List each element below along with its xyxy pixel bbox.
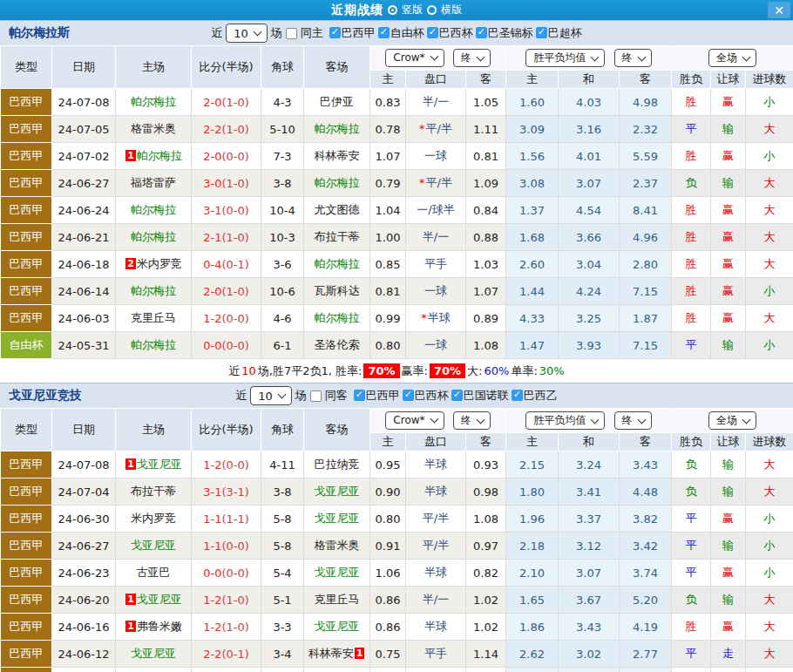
cell-score: 3-1(3-1) [192,479,261,506]
cell-score: 1-2(0-0) [192,305,261,332]
asian-final-select[interactable]: 终 [453,49,491,67]
cell-eu-draw-odds: 3.93 [559,332,620,359]
chevron-down-icon [253,28,261,37]
col-away: 客场 [304,409,370,451]
cell-date: 24-06-20 [52,587,116,614]
match-count-select[interactable]: 10 [226,24,268,43]
league-checkbox-1[interactable] [403,390,414,401]
cell-eu-away-odds: 4.96 [620,224,672,251]
team-label: 克里丘马 [131,311,176,324]
cell-date: 24-06-21 [52,224,116,251]
cell-away-team: 帕尔梅拉 [304,251,370,278]
cell-score: 0-0(0-0) [192,560,261,587]
league-checkbox-4[interactable] [536,27,547,38]
league-filter-item: 巴西甲 [329,25,376,41]
odds-company-select[interactable]: Crow* [385,49,444,67]
scope-select[interactable]: 全场 [708,411,756,430]
cell-date: 24-06-12 [52,641,116,668]
team-label: 戈亚尼亚 [131,539,176,552]
cell-score: 2-0(1-0) [192,89,261,116]
league-checkbox-0[interactable] [354,390,365,401]
cell-eu-home-odds: 2.18 [506,533,559,560]
cell-away-team: 科林蒂安 [304,143,370,170]
match-row: 巴西甲24-07-05格雷米奥2-2(1-0)5-10帕尔梅拉0.78*平/半1… [1,116,793,143]
cell-goals-result: 大 [746,251,793,278]
match-row: 巴西甲24-06-161弗鲁米嫩1-2(1-0)3-3戈亚尼亚0.86半球1.0… [1,614,793,641]
close-icon[interactable]: ✕ [768,2,790,18]
league-label: 巴超杯 [548,25,582,41]
team-label: 瓦斯科达 [315,284,360,297]
cell-corners: 4-6 [261,305,304,332]
cell-ah-home-odds: 0.85 [370,251,406,278]
scope-select[interactable]: 全场 [708,49,756,67]
cell-ah-away-odds: 0.93 [466,451,506,479]
star-marker: * [419,122,425,135]
filter-bar: 近 10 场 同主 巴西甲自由杯巴西杯巴圣锦标巴超杯 [211,24,582,43]
same-venue-checkbox[interactable] [310,390,322,402]
league-checkbox-2[interactable] [427,27,438,38]
cell-eu-home-odds: 1.86 [506,614,559,641]
col-type: 类型 [1,46,52,89]
layout-vertical-radio[interactable] [388,5,397,15]
cell-league-type: 巴西甲 [1,170,52,197]
cell-date: 24-06-16 [52,614,116,641]
cell-ah-home-odds: 1.00 [370,224,406,251]
cell-ah-line: *半球 [406,305,466,332]
league-checkbox-0[interactable] [329,27,341,38]
cell-eu-draw-odds: 3.67 [559,587,620,614]
cell-home-team: 米内罗竞 [116,506,192,533]
cell-ah-line: 平/半 [406,506,466,533]
league-filter-item: 巴超杯 [536,25,582,41]
cell-away-team: 帕尔梅拉 [304,116,370,143]
layout-horizontal-radio[interactable] [427,5,437,15]
same-venue-checkbox[interactable] [286,28,297,39]
odds-company-select[interactable]: Crow* [385,411,444,430]
league-label: 巴圣锦标 [488,25,533,41]
col-ah-home: 主 [370,71,406,89]
horizontal-radio-label: 横版 [441,3,462,17]
match-count-select[interactable]: 10 [250,386,292,405]
team-label: 戈亚尼亚 [315,512,360,525]
europe-final-select[interactable]: 终 [614,411,652,430]
europe-odds-select[interactable]: 胜平负均值 [525,411,605,430]
col-eu-away: 客 [620,433,672,451]
summary-part: 30% [539,364,565,377]
cell-home-team: 福塔雷萨 [116,170,192,197]
league-checkbox-3[interactable] [476,27,487,38]
league-checkbox-3[interactable] [512,390,523,401]
col-date: 日期 [52,46,116,89]
cell-league-type: 巴西甲 [1,251,52,278]
cell-away-team: 尤文图德 [304,197,370,224]
asian-final-select[interactable]: 终 [453,411,491,430]
cell-date: 24-05-31 [52,332,116,359]
cell-ah-line: 半/一 [406,587,466,614]
league-checkbox-1[interactable] [378,27,390,38]
cell-ah-home-odds: 0.99 [370,305,406,332]
cell-eu-draw-odds: 3.24 [559,451,620,479]
cell-corners: 5-8 [261,533,304,560]
matches-tbody: 巴西甲24-07-08帕尔梅拉2-0(1-0)4-3巴伊亚0.83半/一1.05… [1,89,793,359]
europe-final-select[interactable]: 终 [614,49,652,67]
cell-result: 负 [672,170,711,197]
sections-container: 帕尔梅拉斯 近 10 场 同主 巴西甲自由杯巴西杯巴圣锦标巴超杯 类型 日期 [0,20,793,672]
cell-home-team: 帕尔梅拉 [116,197,192,224]
cell-result: 胜 [672,89,711,116]
cell-eu-home-odds: 2.60 [506,251,559,278]
col-ah-home: 主 [370,433,406,451]
europe-odds-select[interactable]: 胜平负均值 [525,49,605,67]
cell-handicap-result: 输 [711,479,746,506]
league-label: 巴西甲 [342,25,376,41]
team-label: 戈亚尼亚 [315,566,360,579]
col-eu-away: 客 [620,71,672,89]
cell-corners: 10-3 [261,224,304,251]
cell-ah-line: 平/半 [406,533,466,560]
cell-eu-home-odds: 1.44 [506,278,559,305]
cell-ah-home-odds: 1.03 [370,668,406,672]
col-score: 比分(半场) [192,46,261,89]
col-handicap-result: 让球 [711,433,746,451]
col-ah-line: 盘口 [406,71,466,89]
cell-away-team: 瓦斯科达 [304,278,370,305]
league-checkbox-2[interactable] [451,390,463,401]
cell-corners: 10-6 [261,278,304,305]
europe-odds-controls: 胜平负均值 终 [506,409,672,433]
